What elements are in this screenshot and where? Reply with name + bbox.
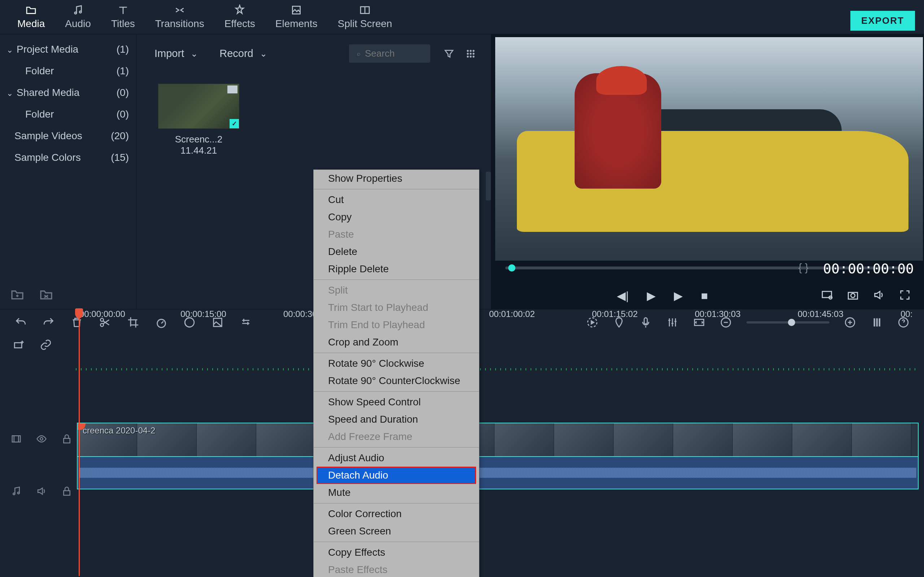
sidebar: ⌄Project Media(1) Folder(1) ⌄Shared Medi… [0,34,136,309]
sidebar-project-media[interactable]: ⌄Project Media(1) [0,39,136,60]
music-icon[interactable] [11,486,22,498]
svg-point-9 [472,53,474,55]
search-box[interactable]: ⌕ [349,44,430,63]
svg-point-5 [470,50,472,52]
export-button[interactable]: EXPORT [850,11,915,31]
audio-track-header [0,486,76,498]
transitions-icon [174,4,186,16]
waveform [79,460,916,486]
snapshot-icon[interactable] [847,289,859,303]
menu-color-correction[interactable]: Color Correction [313,505,479,522]
search-input[interactable] [365,48,422,59]
top-tab-bar: Media Audio Titles Transitions Effects E… [0,0,924,34]
menu-rotate-cw[interactable]: Rotate 90° Clockwise [313,355,479,372]
tab-elements[interactable]: Elements [265,0,328,34]
visibility-icon[interactable] [36,434,47,446]
menu-rotate-ccw[interactable]: Rotate 90° CounterClockwise [313,372,479,390]
svg-point-36 [18,492,19,494]
video-track[interactable]: creenca 2020-04-2 [77,423,919,457]
video-icon[interactable] [11,434,22,446]
svg-point-33 [40,437,43,440]
sidebar-sample-videos[interactable]: Sample Videos(20) [0,125,136,147]
grid-view-icon[interactable] [465,48,477,60]
menu-show-properties[interactable]: Show Properties [313,170,479,187]
menu-add-freeze: Add Freeze Frame [313,428,479,445]
svg-point-11 [470,56,472,57]
tab-media[interactable]: Media [7,0,55,34]
svg-point-10 [467,56,468,57]
text-icon [117,4,129,16]
preview-timecode: 00:00:00:00 [823,261,914,277]
redo-icon[interactable] [43,316,55,329]
menu-paste-effects: Paste Effects [313,561,479,577]
svg-point-7 [467,53,468,55]
lock-icon[interactable] [61,486,72,498]
sidebar-sample-colors[interactable]: Sample Colors(15) [0,147,136,168]
filter-icon[interactable] [443,48,455,60]
svg-point-4 [467,50,468,52]
chevron-down-icon: ⌄ [260,49,267,59]
playhead[interactable] [79,309,80,576]
fullscreen-icon[interactable] [899,289,911,303]
mute-icon[interactable] [36,486,47,498]
split-screen-icon [359,4,371,16]
sidebar-shared-media[interactable]: ⌄Shared Media(0) [0,82,136,103]
menu-copy-effects[interactable]: Copy Effects [313,544,479,561]
menu-detach-audio[interactable]: Detach Audio [317,467,476,484]
play-button[interactable]: ▶ [647,289,656,303]
menu-green-screen[interactable]: Green Screen [313,522,479,540]
svg-rect-37 [63,491,70,495]
prev-frame-button[interactable]: ◀| [617,289,629,303]
svg-point-16 [851,293,855,298]
volume-icon[interactable] [873,289,885,303]
tab-split-screen[interactable]: Split Screen [327,0,402,34]
media-item[interactable]: ✓ Screenc...2 11.44.21 [158,84,239,156]
folder-icon [25,4,37,16]
elements-icon [291,4,302,16]
preview-video[interactable] [495,37,923,261]
sidebar-folder-2[interactable]: Folder(0) [0,103,136,125]
menu-crop-zoom[interactable]: Crop and Zoom [313,334,479,351]
audio-waveform-track[interactable] [77,457,919,489]
menu-delete[interactable]: Delete [313,243,479,260]
undo-icon[interactable] [15,316,27,329]
menu-cut[interactable]: Cut [313,191,479,208]
svg-point-35 [13,493,15,495]
svg-point-8 [470,53,472,55]
svg-rect-13 [822,292,832,298]
tab-audio[interactable]: Audio [55,0,101,34]
stop-button[interactable]: ■ [701,289,708,303]
new-folder-icon[interactable] [10,287,24,302]
menu-speed-duration[interactable]: Speed and Duration [313,411,479,428]
svg-point-6 [472,50,474,52]
delete-folder-icon[interactable] [39,287,53,302]
menu-show-speed[interactable]: Show Speed Control [313,393,479,411]
tab-effects[interactable]: Effects [215,0,265,34]
video-clip[interactable]: creenca 2020-04-2 [77,423,919,457]
preview-brackets[interactable]: { } [798,261,809,274]
panel-resize-handle[interactable] [486,172,491,200]
display-settings-icon[interactable] [821,289,833,303]
menu-mute[interactable]: Mute [313,484,479,501]
add-track-icon[interactable] [13,338,25,352]
svg-point-1 [79,11,81,13]
sidebar-folder-1[interactable]: Folder(1) [0,60,136,82]
search-icon: ⌕ [357,50,360,57]
tab-titles[interactable]: Titles [101,0,145,34]
chevron-down-icon: ⌄ [191,49,198,59]
record-button[interactable]: Record⌄ [220,48,271,60]
media-toolbar: Import⌄ Record⌄ ⌕ [136,34,491,73]
link-icon[interactable] [40,338,52,352]
menu-adjust-audio[interactable]: Adjust Audio [313,449,479,467]
next-frame-button[interactable]: ▶ [674,289,683,303]
svg-point-12 [472,56,474,57]
import-button[interactable]: Import⌄ [155,48,202,60]
timeline-ruler[interactable]: 00:00:00:00 00:00:15:00 00:00:30 00:01:0… [76,309,924,330]
menu-copy[interactable]: Copy [313,208,479,226]
media-item-label: Screenc...2 11.44.21 [158,134,239,156]
menu-ripple-delete[interactable]: Ripple Delete [313,260,479,278]
tab-transitions[interactable]: Transitions [145,0,215,34]
scrubber-playhead[interactable] [508,264,515,272]
svg-rect-31 [15,343,22,348]
lock-icon[interactable] [61,434,72,446]
